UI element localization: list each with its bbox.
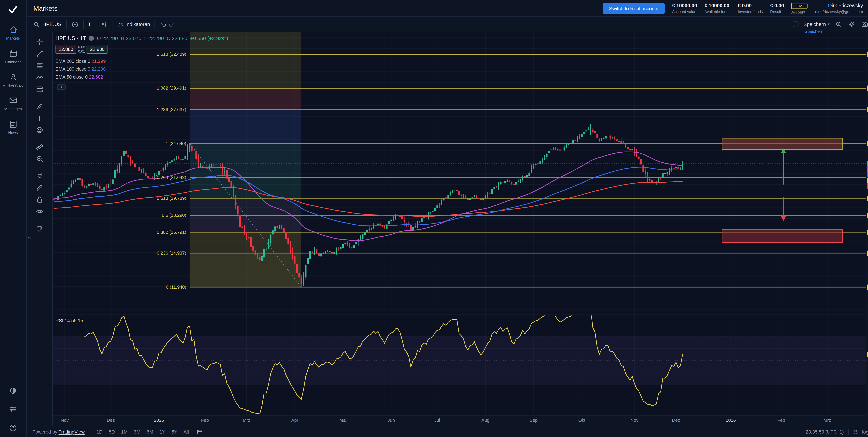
time-axis-label: Mai: [339, 418, 347, 423]
price-tag-fib: 27.637: [867, 106, 868, 112]
trend-line-tool[interactable]: [32, 48, 47, 59]
time-axis-label: Mrz: [243, 418, 250, 423]
fib-level-label: 1.236 (27.637): [157, 107, 186, 112]
scale-button-log[interactable]: log: [862, 429, 868, 435]
pane-resize-handle[interactable]: [53, 313, 866, 315]
time-axis-label: 2026: [726, 418, 736, 423]
xabcd-pattern-tool[interactable]: [32, 71, 47, 83]
time-axis-label: Apr: [291, 418, 299, 423]
time-axis-label: 2025: [154, 418, 164, 423]
remove-all-tool[interactable]: [32, 222, 47, 234]
user-info: Dirk Friczewsky dirk.friczewsky@gmail.co…: [815, 3, 863, 13]
help-icon[interactable]: [8, 424, 18, 433]
range-button-5d[interactable]: 5D: [106, 428, 118, 436]
compare-add-button[interactable]: [71, 21, 78, 28]
ohlc-key: L: [144, 35, 147, 41]
instrument-menu-icon[interactable]: −: [89, 36, 94, 41]
long-short-position-tool[interactable]: [32, 83, 47, 95]
range-button-1y[interactable]: 1Y: [157, 428, 168, 436]
save-layout-button[interactable]: Speichern ▾ Speichern: [803, 22, 830, 27]
sidebar-item-markets[interactable]: Markets: [0, 21, 26, 44]
time-axis[interactable]: NovDez2025FebMrzAprMaiJunJulAugSepOktNov…: [53, 415, 866, 424]
text-tool[interactable]: [32, 112, 47, 124]
rsi-name: RSI: [55, 318, 63, 323]
buy-button[interactable]: 22.930: [87, 44, 108, 54]
account-summary: Switch to Real account € 10000.00Account…: [603, 3, 868, 14]
clock: 23:35:59 (UTC+1): [806, 429, 844, 435]
save-sub-link[interactable]: Speichern: [805, 29, 824, 34]
ohlc-key: O: [97, 35, 101, 41]
fib-retracement-tool[interactable]: [32, 59, 47, 71]
magnet-tool[interactable]: [32, 169, 47, 181]
stat-value: € 0.00: [738, 3, 763, 8]
zoom-in-icon[interactable]: [835, 20, 843, 28]
indicator-value: 22.298: [92, 67, 106, 72]
hide-all-tool[interactable]: [32, 205, 47, 217]
symbol-search[interactable]: HPE.US: [33, 21, 61, 28]
range-button-all[interactable]: All: [181, 428, 192, 436]
lock-all-tool[interactable]: [32, 193, 47, 205]
powered-by: Powered by TradingView: [32, 429, 85, 435]
sidebar-bottom-icons: [0, 386, 26, 433]
brush-tool[interactable]: [32, 100, 47, 112]
time-axis-label: Mrz: [824, 418, 831, 423]
crosshair-tool[interactable]: [32, 36, 47, 48]
goto-date-icon[interactable]: [196, 428, 203, 435]
ohlc-value: 22.290: [148, 35, 164, 41]
legend-collapse-button[interactable]: ▲: [57, 84, 66, 90]
top-bar: Markets Switch to Real account € 10000.0…: [27, 0, 868, 17]
layout-checkbox[interactable]: [793, 22, 798, 27]
measure-ruler-tool[interactable]: [32, 141, 47, 153]
fib-level-label: 1.382 (29.491): [157, 86, 186, 91]
settings-gear-icon[interactable]: [848, 20, 856, 28]
indicators-button[interactable]: ƒx Indikatoren: [118, 22, 150, 27]
preferences-icon[interactable]: [8, 405, 18, 414]
sidebar-item-messages[interactable]: Messages: [0, 92, 26, 116]
range-button-1m[interactable]: 1M: [118, 428, 130, 436]
rsi-legend[interactable]: RSI 14 55.15: [55, 318, 83, 323]
emoji-tool[interactable]: [32, 124, 47, 135]
range-button-1d[interactable]: 1D: [94, 428, 105, 436]
ohlc-value: 22.290: [102, 35, 118, 41]
price-tag-fib: 18.290: [867, 212, 868, 218]
sidebar-item-news[interactable]: News: [0, 116, 26, 139]
bottom-bar: Powered by TradingView 1D5D1M3M6M1Y5YAll…: [27, 426, 868, 437]
theme-toggle-icon[interactable]: [8, 386, 18, 395]
range-button-5y[interactable]: 5Y: [169, 428, 180, 436]
time-axis-label: Nov: [61, 418, 69, 423]
redo-button[interactable]: [167, 21, 176, 28]
brand-logo-icon[interactable]: [0, 0, 26, 15]
sidebar-item-market-buzz[interactable]: Market Buzz: [0, 68, 26, 92]
price-tag-last: 22.880: [867, 160, 868, 166]
range-button-3m[interactable]: 3M: [131, 428, 144, 436]
sidebar-item-calendar[interactable]: Calendar: [0, 44, 26, 68]
range-button-6m[interactable]: 6M: [144, 428, 156, 436]
stat-value: € 10000.00: [672, 3, 697, 8]
camera-snapshot-icon[interactable]: [861, 20, 868, 28]
spread-info: 0.05 0.01: [78, 45, 85, 54]
drawing-mode-tool[interactable]: [32, 182, 47, 193]
interval-button[interactable]: T: [88, 22, 91, 27]
price-tag-ema200: 21.299: [867, 183, 868, 189]
indicator-legend-row[interactable]: EMA 50 close 0 22.682: [55, 74, 105, 80]
undo-button[interactable]: [159, 21, 167, 28]
switch-to-real-button[interactable]: Switch to Real account: [603, 3, 665, 14]
sell-button[interactable]: 22.880: [55, 44, 76, 54]
toolbar-right-group: Speichern ▾ Speichern: [793, 20, 868, 28]
fib-level-label: 0.236 (14.937): [157, 251, 186, 256]
zoom-in-tool[interactable]: [32, 153, 47, 164]
stat-value: € 0.00: [770, 3, 784, 8]
tradingview-link[interactable]: TradingView: [59, 429, 85, 435]
indicator-legend-row[interactable]: EMA 200 close 0 21.299: [55, 59, 105, 64]
indicator-value: 21.299: [92, 59, 106, 64]
time-axis-label: Dez: [672, 418, 680, 423]
step-value: 0.01: [78, 49, 85, 54]
indicator-legend-row[interactable]: EMA 100 close 0 22.298: [55, 67, 105, 72]
scale-button-%[interactable]: %: [854, 429, 858, 435]
time-axis-label: Aug: [482, 418, 489, 423]
toolbar-expand-chevron[interactable]: »: [28, 235, 31, 241]
sidebar-item-label: Market Buzz: [2, 84, 24, 88]
price-axis[interactable]: 34.00033.00032.00031.00030.00029.00028.0…: [866, 32, 868, 424]
candle-style-button[interactable]: [101, 21, 108, 28]
symbol-legend[interactable]: HPE.US · 1T − O 22.290 H 23.070 L 22.290…: [55, 35, 228, 41]
